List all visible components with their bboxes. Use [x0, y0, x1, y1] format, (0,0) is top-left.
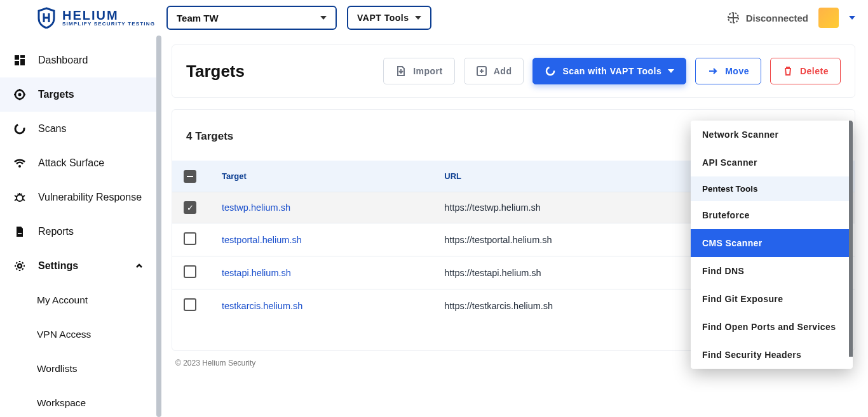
target-link[interactable]: testapi.helium.sh — [222, 268, 291, 278]
menu-item-network-scanner[interactable]: Network Scanner — [691, 121, 853, 149]
svg-point-9 — [17, 195, 23, 201]
sidebar-item-label: VPN Access — [37, 329, 91, 340]
sidebar-item-label: Reports — [38, 226, 74, 237]
topbar: HELIUM SIMPLIFY SECURITY TESTING Team TW… — [0, 0, 868, 36]
sidebar-item-label: Settings — [38, 260, 78, 272]
target-link[interactable]: testkarcis.helium.sh — [222, 301, 302, 311]
brand-name: HELIUM — [62, 9, 155, 22]
menu-item-find-security-headers[interactable]: Find Security Headers — [691, 341, 853, 369]
sidebar-item-vpn-access[interactable]: VPN Access — [0, 317, 156, 352]
delete-button[interactable]: Delete — [770, 58, 841, 84]
globe-icon — [727, 11, 740, 24]
menu-section-header: Pentest Tools — [691, 176, 853, 201]
row-checkbox[interactable] — [184, 298, 196, 311]
url-cell: https://testwp.helium.sh — [433, 192, 715, 223]
chevron-down-icon — [668, 69, 674, 73]
tools-selector-label: VAPT Tools — [357, 13, 409, 23]
add-button[interactable]: Add — [464, 58, 524, 84]
svg-rect-2 — [20, 55, 25, 58]
sidebar-item-scans[interactable]: Scans — [0, 112, 156, 146]
svg-rect-10 — [18, 233, 22, 234]
target-icon — [13, 88, 27, 101]
menu-item-find-open-ports-and-services[interactable]: Find Open Ports and Services — [691, 313, 853, 341]
plus-icon — [476, 65, 487, 77]
team-selector[interactable]: Team TW — [166, 6, 337, 30]
svg-point-13 — [546, 67, 554, 75]
select-all-checkbox[interactable] — [184, 170, 196, 183]
target-link[interactable]: testwp.helium.sh — [222, 202, 290, 213]
chevron-up-icon — [135, 261, 144, 270]
sidebar-item-label: Dashboard — [38, 55, 88, 66]
sidebar-item-attack-surface[interactable]: Attack Surface — [0, 146, 156, 180]
scan-button[interactable]: Scan with VAPT Tools — [532, 58, 686, 84]
connection-label: Disconnected — [746, 13, 808, 23]
scan-icon — [13, 122, 27, 135]
row-checkbox[interactable] — [184, 232, 196, 245]
brand-logo[interactable]: HELIUM SIMPLIFY SECURITY TESTING — [0, 7, 156, 29]
url-cell: https://testportal.helium.sh — [433, 223, 715, 256]
sidebar-item-dashboard[interactable]: Dashboard — [0, 43, 156, 77]
svg-rect-3 — [20, 59, 25, 65]
menu-item-bruteforce[interactable]: Bruteforce — [691, 201, 853, 229]
url-cell: https://testkarcis.helium.sh — [433, 289, 715, 322]
svg-point-7 — [15, 124, 24, 133]
sidebar-item-my-account[interactable]: My Account — [0, 283, 156, 317]
svg-rect-4 — [15, 61, 19, 65]
targets-count-label: 4 Targets — [186, 130, 233, 143]
menu-item-find-dns[interactable]: Find DNS — [691, 257, 853, 285]
row-checkbox[interactable] — [184, 265, 196, 278]
sidebar-item-label: Wordlists — [37, 363, 77, 374]
sidebar-item-label: Targets — [38, 89, 74, 100]
svg-rect-1 — [15, 55, 19, 60]
sidebar-item-settings[interactable]: Settings — [0, 249, 156, 283]
chevron-down-icon — [415, 16, 421, 20]
sidebar-item-label: Scans — [38, 123, 66, 135]
action-bar: Import Add Scan with VAPT — [383, 58, 841, 84]
menu-item-find-git-exposure[interactable]: Find Git Exposure — [691, 285, 853, 313]
spinner-icon — [545, 65, 556, 77]
page-title: Targets — [186, 62, 245, 81]
row-checkbox[interactable]: ✓ — [184, 201, 196, 214]
brand-tagline: SIMPLIFY SECURITY TESTING — [62, 22, 155, 27]
move-button[interactable]: Move — [695, 58, 761, 84]
chevron-down-icon — [320, 16, 327, 20]
import-button[interactable]: Import — [383, 58, 455, 84]
connection-status: Disconnected — [727, 11, 808, 24]
tools-selector[interactable]: VAPT Tools — [347, 6, 431, 30]
trash-icon — [782, 65, 794, 77]
sidebar-item-vulnerability-response[interactable]: Vulnerability Response — [0, 180, 156, 215]
sidebar-item-label: My Account — [37, 295, 88, 306]
shield-icon — [37, 7, 56, 29]
sidebar-item-label: Workspace — [37, 397, 86, 409]
sidebar-item-label: Attack Surface — [38, 157, 104, 169]
sidebar-item-label: Vulnerability Response — [38, 192, 142, 203]
scan-dropdown-menu: Network ScannerAPI ScannerPentest ToolsB… — [691, 121, 853, 369]
menu-item-api-scanner[interactable]: API Scanner — [691, 149, 853, 176]
svg-point-8 — [18, 165, 21, 168]
menu-item-cms-scanner[interactable]: CMS Scanner — [691, 229, 853, 257]
wifi-icon — [13, 157, 27, 169]
arrow-right-icon — [707, 65, 719, 77]
target-link[interactable]: testportal.helium.sh — [222, 235, 302, 245]
sidebar-item-workspace[interactable]: Workspace — [0, 386, 156, 417]
bug-icon — [13, 191, 27, 204]
import-icon — [395, 65, 407, 77]
sidebar-item-wordlists[interactable]: Wordlists — [0, 352, 156, 386]
svg-point-11 — [18, 264, 22, 268]
sidebar: DashboardTargetsScansAttack SurfaceVulne… — [0, 36, 156, 417]
url-cell: https://testapi.helium.sh — [433, 256, 715, 289]
page-header: Targets Import Add — [172, 44, 855, 98]
sidebar-item-reports[interactable]: Reports — [0, 215, 156, 249]
chevron-down-icon[interactable] — [849, 16, 855, 20]
file-icon — [13, 225, 27, 238]
col-url[interactable]: URL — [433, 161, 715, 192]
col-target[interactable]: Target — [210, 161, 433, 192]
dashboard-icon — [13, 54, 27, 67]
svg-point-6 — [18, 93, 22, 96]
avatar[interactable] — [818, 8, 839, 28]
gear-icon — [13, 260, 27, 272]
sidebar-item-targets[interactable]: Targets — [0, 77, 156, 112]
team-selector-label: Team TW — [177, 13, 219, 23]
